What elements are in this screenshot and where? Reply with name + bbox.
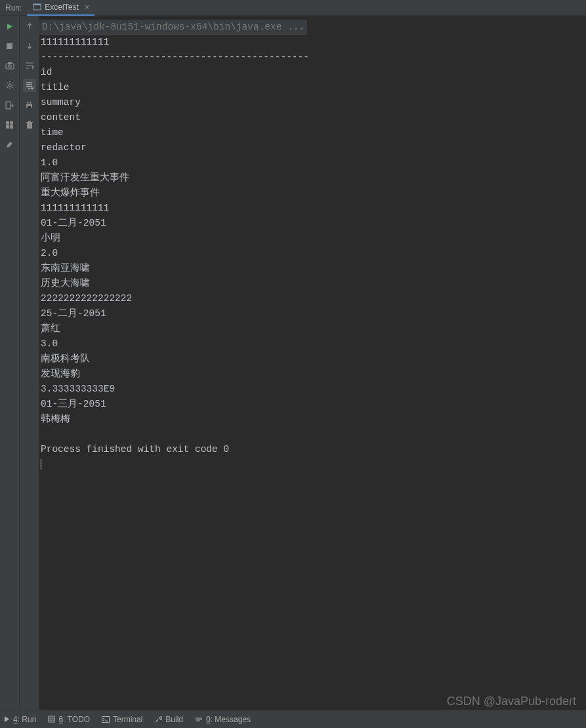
terminal-icon xyxy=(102,716,110,723)
play-icon xyxy=(4,716,10,722)
soft-wrap-icon[interactable] xyxy=(23,59,36,72)
footer-terminal-label: Terminal xyxy=(113,715,142,724)
camera-icon[interactable] xyxy=(3,59,16,72)
svg-rect-3 xyxy=(6,64,14,69)
footer-todo[interactable]: 6: TODO xyxy=(48,715,90,724)
svg-rect-19 xyxy=(102,716,109,722)
footer-run[interactable]: 4: Run xyxy=(4,715,36,724)
svg-rect-14 xyxy=(28,106,31,108)
run-mnemonic: 4 xyxy=(13,715,18,724)
run-header: Run: ExcelTest × xyxy=(0,0,586,16)
exit-icon[interactable] xyxy=(3,98,16,111)
messages-icon xyxy=(195,716,203,723)
command-line: D:\java\jdk-8u151-windows-x64\bin\java.e… xyxy=(39,20,307,35)
svg-rect-10 xyxy=(6,125,9,129)
svg-rect-1 xyxy=(33,4,41,5)
svg-rect-2 xyxy=(7,43,12,49)
run-label: Run: xyxy=(0,3,27,12)
svg-rect-7 xyxy=(6,102,10,109)
svg-point-5 xyxy=(8,65,10,68)
run-tab-label: ExcelTest xyxy=(45,3,78,12)
messages-mnemonic: 0 xyxy=(206,715,211,724)
svg-rect-8 xyxy=(6,121,9,125)
run-config-icon xyxy=(32,3,41,12)
console-output[interactable]: D:\java\jdk-8u151-windows-x64\bin\java.e… xyxy=(39,16,586,710)
svg-rect-15 xyxy=(27,123,32,129)
footer-build-label: Build xyxy=(165,715,183,724)
down-arrow-icon[interactable] xyxy=(23,39,36,52)
svg-rect-4 xyxy=(8,62,12,64)
cursor xyxy=(41,459,41,470)
layout-icon[interactable] xyxy=(3,118,16,131)
svg-rect-11 xyxy=(10,125,13,129)
close-icon[interactable]: × xyxy=(85,2,90,12)
settings-icon[interactable] xyxy=(3,79,16,92)
rerun-button[interactable] xyxy=(3,20,16,33)
svg-rect-9 xyxy=(10,121,13,125)
svg-point-6 xyxy=(9,84,11,87)
svg-rect-17 xyxy=(28,121,31,122)
trash-icon[interactable] xyxy=(23,118,36,131)
status-bar: 4: Run 6: TODO Terminal Build 0: Message… xyxy=(0,710,586,728)
print-icon[interactable] xyxy=(23,98,36,111)
stop-button[interactable] xyxy=(3,39,16,52)
svg-rect-13 xyxy=(28,102,31,104)
footer-terminal[interactable]: Terminal xyxy=(102,715,142,724)
pin-icon[interactable] xyxy=(3,138,16,151)
build-icon xyxy=(154,716,162,723)
footer-messages-label: : Messages xyxy=(211,715,251,724)
footer-todo-label: : TODO xyxy=(63,715,90,724)
svg-rect-16 xyxy=(26,122,33,123)
left-gutter xyxy=(0,16,20,710)
todo-icon xyxy=(48,716,55,723)
second-gutter xyxy=(20,16,39,710)
main-area: D:\java\jdk-8u151-windows-x64\bin\java.e… xyxy=(0,16,586,710)
up-arrow-icon[interactable] xyxy=(23,20,36,33)
footer-run-label: : Run xyxy=(18,715,37,724)
scroll-to-end-icon[interactable] xyxy=(23,79,36,92)
svg-rect-18 xyxy=(49,716,54,722)
run-tab[interactable]: ExcelTest × xyxy=(27,0,94,16)
footer-build[interactable]: Build xyxy=(154,715,183,724)
footer-messages[interactable]: 0: Messages xyxy=(195,715,251,724)
